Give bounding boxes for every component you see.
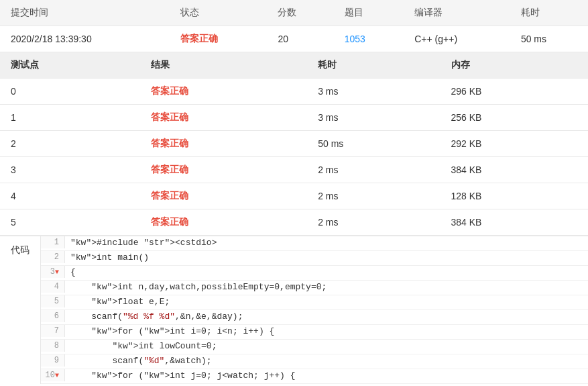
line-content: "kw">int main() [65,251,588,264]
tc-memory: 296 KB [440,79,588,105]
sub-col-id: 测试点 [0,52,140,79]
sub-col-memory: 内存 [440,52,588,79]
line-content: "kw">float e,E; [65,295,588,308]
testcase-row: 1 答案正确 3 ms 256 KB [0,105,588,131]
submission-problem[interactable]: 1053 [334,26,404,52]
tc-id: 4 [0,183,140,209]
col-header-score: 分数 [267,0,333,26]
line-number: 10▼ [41,369,65,381]
line-content: "kw">#include "str"><cstdio> [65,236,588,249]
tc-time: 3 ms [307,79,440,105]
line-number: 1 [41,236,65,248]
code-line: 10▼ "kw">for ("kw">int j=0; j<watch; j++… [41,369,588,384]
tc-time: 2 ms [307,183,440,209]
sub-col-time: 耗时 [307,52,440,79]
line-number: 5 [41,295,65,307]
line-content: scanf("%d",&watch); [65,354,588,367]
col-header-status: 状态 [170,0,268,26]
line-content: "kw">int lowCount=0; [65,340,588,352]
tc-time: 2 ms [307,209,440,236]
code-container[interactable]: 1"kw">#include "str"><cstdio>2"kw">int m… [40,236,588,384]
submission-score: 20 [267,26,333,52]
testcase-row: 4 答案正确 2 ms 128 KB [0,183,588,209]
submission-table: 提交时间 状态 分数 题目 编译器 耗时 2020/2/18 13:39:30 … [0,0,588,52]
submission-time: 2020/2/18 13:39:30 [0,26,170,52]
col-header-duration: 耗时 [510,0,588,26]
tc-memory: 292 KB [440,131,588,157]
line-number: 4 [41,281,65,293]
line-number: 8 [41,340,65,352]
code-section: 代码 1"kw">#include "str"><cstdio>2"kw">in… [0,236,588,384]
tc-result: 答案正确 [140,79,307,105]
submission-compiler: C++ (g++) [404,26,510,52]
code-line: 2"kw">int main() [41,251,588,266]
testcase-row: 0 答案正确 3 ms 296 KB [0,79,588,105]
testcase-row: 5 答案正确 2 ms 384 KB [0,209,588,236]
testcase-row: 2 答案正确 50 ms 292 KB [0,131,588,157]
tc-id: 1 [0,105,140,131]
tc-id: 5 [0,209,140,236]
line-number: 7 [41,325,65,337]
tc-memory: 384 KB [440,157,588,183]
tc-memory: 128 KB [440,183,588,209]
tc-result: 答案正确 [140,105,307,131]
tc-time: 3 ms [307,105,440,131]
line-content: "kw">int n,day,watch,possibleEmpty=0,emp… [65,281,588,293]
tc-memory: 256 KB [440,105,588,131]
tc-memory: 384 KB [440,209,588,236]
tc-time: 2 ms [307,157,440,183]
tc-result: 答案正确 [140,183,307,209]
code-line: 8 "kw">int lowCount=0; [41,340,588,354]
submission-row: 2020/2/18 13:39:30 答案正确 20 1053 C++ (g++… [0,26,588,52]
line-number: 2 [41,251,65,263]
code-line: 7 "kw">for ("kw">int i=0; i<n; i++) { [41,325,588,340]
tc-id: 3 [0,157,140,183]
tc-id: 2 [0,131,140,157]
code-line: 9 scanf("%d",&watch); [41,354,588,369]
code-line: 6 scanf("%d %f %d",&n,&e,&day); [41,310,588,325]
tc-result: 答案正确 [140,131,307,157]
code-line: 4 "kw">int n,day,watch,possibleEmpty=0,e… [41,281,588,295]
testcase-row: 3 答案正确 2 ms 384 KB [0,157,588,183]
col-header-time: 提交时间 [0,0,170,26]
testcase-table: 测试点 结果 耗时 内存 0 答案正确 3 ms 296 KB 1 答案正确 3… [0,52,588,236]
code-label: 代码 [0,236,40,384]
line-content: "kw">for ("kw">int j=0; j<watch; j++) { [65,369,588,382]
line-number: 3▼ [41,266,65,278]
submission-status: 答案正确 [170,26,268,52]
testcase-section: 测试点 结果 耗时 内存 0 答案正确 3 ms 296 KB 1 答案正确 3… [0,52,588,236]
tc-id: 0 [0,79,140,105]
col-header-compiler: 编译器 [404,0,510,26]
line-content: "kw">for ("kw">int i=0; i<n; i++) { [65,325,588,338]
submission-duration: 50 ms [510,26,588,52]
code-line: 1"kw">#include "str"><cstdio> [41,236,588,251]
code-line: 3▼{ [41,266,588,281]
sub-col-result: 结果 [140,52,307,79]
code-line: 5 "kw">float e,E; [41,295,588,310]
line-content: { [65,266,588,279]
tc-result: 答案正确 [140,157,307,183]
line-number: 6 [41,310,65,322]
line-number: 9 [41,354,65,367]
col-header-problem: 题目 [334,0,404,26]
line-content: scanf("%d %f %d",&n,&e,&day); [65,310,588,323]
tc-time: 50 ms [307,131,440,157]
tc-result: 答案正确 [140,209,307,236]
